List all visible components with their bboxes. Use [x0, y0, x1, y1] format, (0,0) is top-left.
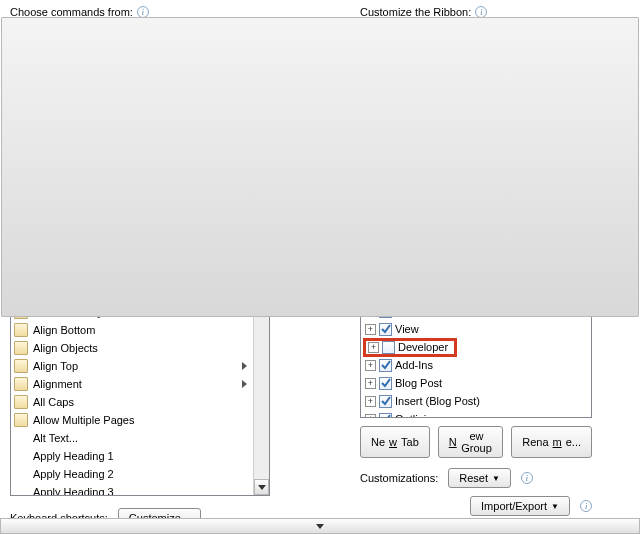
tree-label: Developer [398, 341, 448, 353]
import-export-button[interactable]: Import/Export ▼ [470, 496, 570, 516]
command-item[interactable]: Align Bottom [11, 321, 253, 339]
info-icon[interactable]: i [580, 500, 592, 512]
new-group-button[interactable]: New Group [438, 426, 503, 458]
tree-item-tab[interactable]: +Blog Post [361, 374, 581, 392]
command-item[interactable]: Align Objects [11, 339, 253, 357]
submenu-chevron-icon [242, 362, 247, 370]
tree-label: Insert (Blog Post) [395, 395, 480, 407]
tree-label: Blog Post [395, 377, 442, 389]
command-item[interactable]: All Caps [11, 393, 253, 411]
command-icon [13, 430, 29, 446]
checkbox[interactable] [382, 341, 395, 354]
command-item[interactable]: Align Top [11, 357, 253, 375]
command-item[interactable]: Apply Heading 1 [11, 447, 253, 465]
highlight-annotation: +Developer [363, 338, 457, 357]
expand-icon[interactable]: + [365, 378, 376, 389]
command-item[interactable]: Apply Heading 2 [11, 465, 253, 483]
checkbox[interactable] [379, 359, 392, 372]
command-icon [13, 376, 29, 392]
command-icon [13, 412, 29, 428]
command-label: All Caps [33, 396, 251, 408]
chevron-down-icon [316, 524, 324, 529]
command-icon [13, 484, 29, 495]
customize-ribbon-dialog: Choose commands from: i Commands Not in … [0, 0, 640, 534]
tree-item-tab[interactable]: +Add-Ins [361, 356, 581, 374]
command-label: Alt Text... [33, 432, 251, 444]
customizations-label: Customizations: [360, 472, 438, 484]
command-label: Apply Heading 3 [33, 486, 251, 495]
command-label: Alignment [33, 378, 238, 390]
tree-item-tab[interactable]: +Outlining [361, 410, 581, 417]
scroll-down-button[interactable] [254, 479, 269, 495]
checkbox[interactable] [379, 413, 392, 418]
chevron-down-icon [258, 485, 266, 490]
scroll-down-button[interactable] [0, 518, 640, 534]
tabs-tree[interactable]: Main Tabs −Home+Clipboard+Font+Paragraph… [360, 48, 592, 418]
tree-item-tab[interactable]: +Insert (Blog Post) [361, 392, 581, 410]
rename-button[interactable]: Rename... [511, 426, 592, 458]
command-label: Apply Heading 1 [33, 450, 251, 462]
command-icon [13, 358, 29, 374]
info-icon[interactable]: i [521, 472, 533, 484]
reset-button[interactable]: Reset ▼ [448, 468, 511, 488]
expand-icon[interactable]: + [365, 324, 376, 335]
checkbox[interactable] [379, 395, 392, 408]
right-column: Customize the Ribbon: i Main Tabs Main T… [360, 6, 592, 528]
expand-icon[interactable]: + [368, 342, 379, 353]
command-label: Align Top [33, 360, 238, 372]
tree-item-tab[interactable]: +View [361, 320, 581, 338]
scroll-thumb[interactable] [1, 17, 639, 317]
command-label: Align Bottom [33, 324, 251, 336]
scrollbar[interactable] [581, 49, 591, 417]
checkbox[interactable] [379, 377, 392, 390]
tree-label: Outlining [395, 413, 438, 417]
command-item[interactable]: Apply Heading 3 [11, 483, 253, 495]
command-icon [13, 448, 29, 464]
new-tab-button[interactable]: New Tab [360, 426, 430, 458]
command-icon [13, 466, 29, 482]
expand-icon[interactable]: + [365, 360, 376, 371]
command-label: Allow Multiple Pages [33, 414, 251, 426]
submenu-chevron-icon [242, 380, 247, 388]
command-icon [13, 394, 29, 410]
tree-label: Add-Ins [395, 359, 433, 371]
tree-item-tab[interactable]: +Developer [361, 338, 581, 356]
expand-icon[interactable]: + [365, 414, 376, 418]
command-label: Apply Heading 2 [33, 468, 251, 480]
command-label: Align Objects [33, 342, 251, 354]
tree-label: View [395, 323, 419, 335]
expand-icon[interactable]: + [365, 396, 376, 407]
command-item[interactable]: Alignment [11, 375, 253, 393]
command-icon [13, 340, 29, 356]
command-item[interactable]: Allow Multiple Pages [11, 411, 253, 429]
command-icon [13, 322, 29, 338]
command-item[interactable]: Alt Text... [11, 429, 253, 447]
checkbox[interactable] [379, 323, 392, 336]
